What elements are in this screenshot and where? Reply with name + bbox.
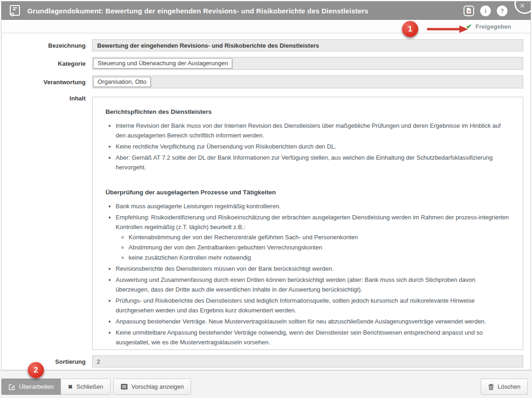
close-icon[interactable]: ✕	[518, 2, 526, 10]
content-item: Empfehlung: Risikoidentifizierung und Ri…	[116, 212, 509, 262]
content-item: Bank muss ausgelagerte Leistungen regelm…	[116, 201, 509, 211]
content-item: Auch Verträge mit Subunternehmen sollten…	[116, 348, 509, 350]
content-heading: Überprüfung der ausgelagerten Prozesse u…	[105, 189, 509, 196]
page: Grundlagendokument: Bewertung der eingeh…	[0, 0, 532, 398]
content-list: Interne Revision der Bank muss von der I…	[105, 121, 509, 172]
annotation-badge-1: 1	[402, 21, 418, 37]
content-subitem: Abstimmung der von den Zentralbanken geb…	[129, 243, 509, 252]
dialog-title: Grundlagendokument: Bewertung der eingeh…	[27, 7, 368, 15]
ueberarbeiten-label: Überarbeiten	[19, 383, 54, 390]
close-x-icon: ✖	[68, 384, 73, 390]
content-subitem: Kontenabstimmung der von der Rechenzentr…	[129, 232, 509, 242]
trash-icon	[488, 384, 494, 390]
loeschen-label: Löschen	[498, 383, 520, 390]
annotation-arrow-icon	[426, 25, 469, 34]
document-scroll-icon	[9, 4, 21, 17]
form-row-kategorie: Kategorie Steuerung und Überwachung der …	[1, 57, 523, 70]
verantwortung-chip[interactable]: Organisation, Otto	[93, 77, 151, 87]
content-item: Keine unmittelbare Anpassung bestehender…	[116, 328, 509, 347]
content-item: Revisionsberichte des Dienstleisters müs…	[116, 264, 509, 274]
pdf-export-icon[interactable]	[464, 6, 474, 16]
content-sublist: Kontenabstimmung der von der Rechenzentr…	[116, 232, 509, 262]
loeschen-button[interactable]: Löschen	[481, 379, 528, 395]
dialog: Grundlagendokument: Bewertung der eingeh…	[1, 1, 531, 370]
content-item: Keine rechtliche Verpflichtung zur Übers…	[116, 142, 509, 151]
kategorie-field[interactable]: Steuerung und Überwachung der Auslagerun…	[92, 57, 523, 70]
content-item: Auswertung und Zusammenfassung durch ein…	[116, 275, 509, 294]
dialog-header: Grundlagendokument: Bewertung der eingeh…	[1, 1, 531, 20]
sortierung-field[interactable]: 2	[92, 355, 523, 367]
content-item: Prüfungs- und Risikoberichte des Dienstl…	[116, 296, 509, 315]
form-row-verantwortung: Verantwortung Organisation, Otto	[1, 75, 523, 88]
status-label: Freigegeben	[476, 23, 511, 30]
vorschlag-anzeigen-label: Vorschlag anzeigen	[131, 383, 184, 390]
inhalt-content[interactable]: Berichtspflichten des DienstleistersInte…	[92, 97, 523, 350]
info-icon[interactable]: i	[480, 6, 491, 16]
content-heading: Berichtspflichten des Dienstleisters	[105, 108, 509, 115]
form-row-inhalt: Inhalt Berichtspflichten des Dienstleist…	[1, 94, 523, 350]
header-actions: i ?	[464, 1, 507, 20]
inhalt-label: Inhalt	[1, 94, 92, 102]
ueberarbeiten-button[interactable]: Überarbeiten	[1, 379, 61, 395]
content-item: Aber: Gemäß AT 7.2 sollte der DL der Ban…	[116, 153, 509, 172]
form-row-sortierung: Sortierung 2	[1, 355, 523, 367]
dialog-body: Bezeichnung Bewertung der eingehenden Re…	[1, 33, 531, 367]
bezeichnung-field[interactable]: Bewertung der eingehenden Revisions- und…	[92, 39, 523, 51]
list-icon	[121, 384, 128, 390]
schliessen-button[interactable]: ✖ Schließen	[61, 379, 111, 395]
annotation-badge-2: 2	[28, 362, 44, 378]
sortierung-label: Sortierung	[1, 358, 92, 365]
bezeichnung-label: Bezeichnung	[1, 42, 92, 49]
verantwortung-field[interactable]: Organisation, Otto	[92, 75, 523, 88]
kategorie-chip[interactable]: Steuerung und Überwachung der Auslagerun…	[93, 58, 232, 68]
content-subitem: keine zusätzlichen Kontrollen mehr notwe…	[129, 253, 509, 262]
verantwortung-label: Verantwortung	[1, 79, 92, 86]
content-item: Interne Revision der Bank muss von der I…	[116, 121, 509, 140]
help-icon[interactable]: ?	[497, 6, 507, 16]
kategorie-label: Kategorie	[1, 60, 92, 67]
schliessen-label: Schließen	[76, 383, 103, 390]
edit-icon	[9, 384, 15, 390]
content-list: Bank muss ausgelagerte Leistungen regelm…	[105, 201, 509, 350]
button-bar: Überarbeiten ✖ Schließen Vorschlag anzei…	[0, 370, 532, 398]
form-row-bezeichnung: Bezeichnung Bewertung der eingehenden Re…	[1, 39, 523, 51]
vorschlag-anzeigen-button[interactable]: Vorschlag anzeigen	[113, 379, 191, 395]
content-item: Anpassung bestehender Verträge. Neue Mus…	[116, 317, 509, 326]
